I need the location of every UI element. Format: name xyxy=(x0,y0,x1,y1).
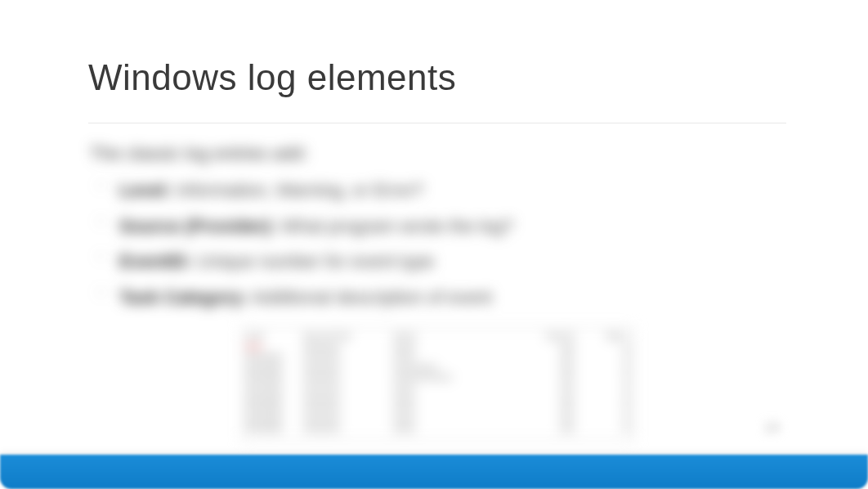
td: Information xyxy=(246,372,303,383)
td: xxxx xyxy=(516,362,581,373)
td: xxxxxxxxxxxx xyxy=(393,362,516,373)
table-row: Information xxxxxxxxxx xxxxxx xxxx xx xyxy=(246,352,630,362)
td: xxxxxx xyxy=(393,383,516,393)
td: Error xyxy=(246,342,303,352)
td: xxxxxxxxxx xyxy=(303,342,393,352)
td: xxxxxx xyxy=(393,414,516,424)
th: Event ID xyxy=(516,331,581,342)
td: xx xyxy=(581,424,630,434)
bullet-term: Task Category: xyxy=(119,287,248,307)
td: Information xyxy=(246,352,303,362)
td: xxxx xyxy=(516,352,581,362)
td: xxxx xyxy=(516,414,581,424)
bullet-term: Level: xyxy=(119,180,172,200)
td: xx xyxy=(581,383,630,393)
th: Level xyxy=(246,331,303,342)
footer-bar xyxy=(0,455,868,489)
td: xxxxxxxxxxxxxxxx xyxy=(393,372,516,383)
list-item: Level: Information, Warning, or Error? xyxy=(119,175,786,205)
table-row: Information xxxxxxxxxx xxxxxx xxxx xx xyxy=(246,383,630,393)
bullet-desc: Additional description of event xyxy=(248,287,491,307)
th: Source xyxy=(393,331,516,342)
td: xxxxxxxxxx xyxy=(303,372,393,383)
td: xxxxxxxxxx xyxy=(303,383,393,393)
td: xxxxxx xyxy=(393,403,516,414)
slide: Windows log elements The classic log ent… xyxy=(0,0,868,489)
td: xxxx xyxy=(516,383,581,393)
table-row: Information xxxxxxxxxx xxxxxxxxxxxxxxxx … xyxy=(246,372,630,383)
bullet-list: Level: Information, Warning, or Error? S… xyxy=(90,175,786,312)
td: xxxxxxxxxx xyxy=(303,362,393,373)
title-divider xyxy=(88,123,786,123)
table-row: Level Date and Time Source Event ID Task… xyxy=(246,331,630,342)
td: xxxxxxxxxx xyxy=(303,352,393,362)
td: xx xyxy=(581,352,630,362)
td: xxxxxxxxxx xyxy=(303,403,393,414)
page-number: 19 xyxy=(763,419,780,437)
table-row: Information xxxxxxxxxx xxxxxx xxxx xx xyxy=(246,393,630,404)
event-log-table: Level Date and Time Source Event ID Task… xyxy=(242,327,634,442)
table-row: Information xxxxxxxxxx xxxxxx xxxx xx xyxy=(246,414,630,424)
list-item: Task Category: Additional description of… xyxy=(119,282,786,312)
slide-title: Windows log elements xyxy=(88,57,786,98)
td: Information xyxy=(246,424,303,434)
table-row: Information xxxxxxxxxx xxxxxx xxxx xx xyxy=(246,424,630,434)
td: xxxx xyxy=(516,403,581,414)
table-row: Information xxxxxxxxxx xxxxxxxxxxxx xxxx… xyxy=(246,362,630,373)
td: xx xyxy=(581,393,630,404)
td: xxxxxx xyxy=(393,352,516,362)
th: Date and Time xyxy=(303,331,393,342)
td: Information xyxy=(246,403,303,414)
td: xx xyxy=(581,342,630,352)
bullet-term: Source (Provider): xyxy=(119,216,276,236)
bullet-desc: Information, Warning, or Error? xyxy=(172,180,424,200)
table-row: Error xxxxxxxxxx xxxxxx xxxx xx xyxy=(246,342,630,352)
td: xxxxxxxxxx xyxy=(303,414,393,424)
td: Information xyxy=(246,362,303,373)
bullet-desc: Unique number for event type xyxy=(192,251,434,271)
td: xxxxxxxxxx xyxy=(303,424,393,434)
bullet-desc: What program wrote the log? xyxy=(276,216,513,236)
th: Task C. xyxy=(581,331,630,342)
td: xx xyxy=(581,372,630,383)
td: xxxxxx xyxy=(393,393,516,404)
td: xxxx xyxy=(516,372,581,383)
td: xxxxxxxxxx xyxy=(303,393,393,404)
td: xxxx xyxy=(516,424,581,434)
blurred-body: The classic log entries add: Level: Info… xyxy=(88,138,786,442)
td: xx xyxy=(581,362,630,373)
td: xx xyxy=(581,414,630,424)
list-item: EventID: Unique number for event type xyxy=(119,246,786,276)
td: xxxxxx xyxy=(393,342,516,352)
list-item: Source (Provider): What program wrote th… xyxy=(119,211,786,241)
table-row: Information xxxxxxxxxx xxxxxx xxxx xx xyxy=(246,403,630,414)
td: Information xyxy=(246,414,303,424)
td: xxxxxx xyxy=(393,424,516,434)
td: Information xyxy=(246,393,303,404)
td: xxxx xyxy=(516,393,581,404)
td: xxxx xyxy=(516,342,581,352)
td: Information xyxy=(246,383,303,393)
bullet-term: EventID: xyxy=(119,251,192,271)
td: xx xyxy=(581,403,630,414)
lead-text: The classic log entries add: xyxy=(90,138,786,168)
